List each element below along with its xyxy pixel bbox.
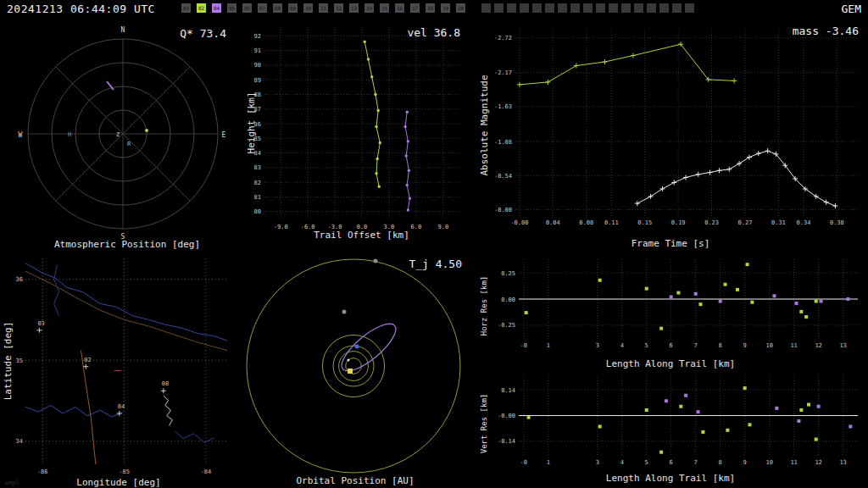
station-box-12[interactable]: 12 bbox=[334, 3, 343, 13]
station-box-empty[interactable] bbox=[545, 3, 554, 13]
station-box-20[interactable]: 20 bbox=[456, 3, 465, 13]
station-box-empty[interactable] bbox=[583, 3, 593, 13]
vert-residuals-plot: -013456789101112130.14-0.00-0.14 bbox=[473, 371, 868, 473]
square-marker bbox=[701, 430, 704, 434]
station-box-18[interactable]: 18 bbox=[426, 3, 435, 13]
x-tick-label: 0.19 bbox=[671, 219, 686, 226]
square-marker bbox=[694, 292, 698, 296]
y-tick-label: 83 bbox=[254, 164, 261, 171]
y-tick-label: -0.00 bbox=[494, 207, 512, 214]
station-box-11[interactable]: 11 bbox=[319, 3, 328, 13]
square-marker bbox=[665, 399, 668, 402]
x-tick-label: 7 bbox=[694, 459, 698, 466]
station-box-empty[interactable] bbox=[570, 3, 580, 13]
vert-res-axis-label: Vert Res [km] bbox=[480, 394, 488, 453]
station-box-05[interactable]: 05 bbox=[227, 3, 236, 13]
watermark: wmpl bbox=[5, 480, 19, 486]
dot-marker bbox=[404, 154, 407, 157]
y-tick-label: -1.63 bbox=[494, 103, 512, 110]
lon-tick-label: -86 bbox=[37, 469, 48, 475]
square-marker bbox=[736, 288, 739, 291]
x-tick-label: 0.31 bbox=[771, 219, 786, 226]
station-box-empty[interactable] bbox=[685, 3, 694, 13]
station-box-08[interactable]: 08 bbox=[273, 3, 282, 13]
dot-marker bbox=[370, 75, 373, 78]
station-box-empty[interactable] bbox=[634, 3, 643, 13]
station-box-07[interactable]: 07 bbox=[258, 3, 267, 13]
dot-marker bbox=[407, 208, 409, 211]
square-marker bbox=[684, 394, 687, 397]
station-box-02[interactable]: 02 bbox=[197, 3, 206, 13]
station-box-04[interactable]: 04 bbox=[212, 3, 221, 13]
lat-tick-label: 34 bbox=[16, 438, 23, 445]
square-marker bbox=[659, 451, 663, 454]
station-box-17[interactable]: 17 bbox=[410, 3, 420, 13]
horz-res-axis-label: Horz Res [km] bbox=[480, 276, 488, 336]
square-marker bbox=[797, 419, 800, 423]
y-tick-label: 91 bbox=[254, 47, 261, 54]
sun-marker bbox=[348, 369, 353, 374]
square-marker bbox=[820, 299, 823, 302]
x-tick-label: 0.23 bbox=[704, 219, 719, 226]
station-box-09[interactable]: 09 bbox=[288, 3, 298, 13]
x-tick-label: 11 bbox=[790, 459, 797, 466]
square-marker bbox=[804, 315, 808, 319]
x-tick-label: 8 bbox=[719, 459, 722, 466]
longitude-caption: Longitude [deg] bbox=[0, 477, 237, 488]
station-box-14[interactable]: 14 bbox=[364, 3, 374, 13]
meteor-dot bbox=[145, 129, 148, 132]
square-marker bbox=[723, 283, 726, 286]
station-box-15[interactable]: 15 bbox=[380, 3, 389, 13]
y-tick-label: -0.54 bbox=[494, 173, 512, 180]
sky-marker-Z: Z bbox=[116, 131, 120, 138]
station-box-empty[interactable] bbox=[532, 3, 542, 13]
square-marker bbox=[799, 310, 803, 313]
y-tick-label: -0.00 bbox=[498, 413, 515, 419]
square-marker bbox=[679, 405, 682, 408]
station-box-10[interactable]: 10 bbox=[303, 3, 313, 13]
station-box-empty[interactable] bbox=[609, 3, 618, 13]
station-box-01[interactable]: 01 bbox=[181, 3, 191, 13]
horz-residuals-panel: -013456789101112130.250.00-0.25 Horz Res… bbox=[473, 252, 868, 371]
square-marker bbox=[807, 403, 810, 407]
square-marker bbox=[598, 424, 602, 428]
station-box-empty[interactable] bbox=[520, 3, 529, 13]
tisserand-label: T_j 4.50 bbox=[409, 258, 462, 270]
x-tick-label: -0.00 bbox=[510, 219, 528, 226]
y-tick-label: 0.00 bbox=[501, 297, 515, 303]
meteor-analysis-app: 20241213 06:44:09 UTC 010204050607080910… bbox=[0, 0, 868, 488]
station-box-empty[interactable] bbox=[596, 3, 605, 13]
station-02-trail-line bbox=[364, 42, 380, 186]
y-tick-label: 82 bbox=[254, 180, 261, 186]
station-box-empty[interactable] bbox=[507, 3, 516, 13]
x-tick-label: 0.11 bbox=[604, 219, 619, 226]
y-tick-label: 0.14 bbox=[501, 387, 515, 394]
dot-marker bbox=[406, 110, 409, 113]
station-box-empty[interactable] bbox=[481, 3, 491, 13]
x-tick-label: 6 bbox=[670, 342, 673, 349]
station-box-19[interactable]: 19 bbox=[441, 3, 450, 13]
square-marker bbox=[750, 301, 754, 304]
station-box-empty[interactable] bbox=[558, 3, 567, 13]
station-box-empty[interactable] bbox=[621, 3, 631, 13]
planet-orbit bbox=[322, 335, 384, 396]
earth-marker bbox=[355, 345, 359, 349]
map-station-label-02: 02 bbox=[84, 357, 91, 363]
station-box-empty[interactable] bbox=[659, 3, 669, 13]
dot-marker bbox=[403, 125, 406, 128]
dot-marker bbox=[406, 184, 409, 186]
river-southeast bbox=[175, 431, 214, 442]
square-marker bbox=[746, 263, 749, 266]
station-box-empty[interactable] bbox=[647, 3, 656, 13]
y-tick-label: 0.25 bbox=[501, 270, 515, 277]
square-marker bbox=[697, 410, 700, 413]
compass-label: W bbox=[19, 131, 23, 139]
station-box-13[interactable]: 13 bbox=[349, 3, 359, 13]
station-box-16[interactable]: 16 bbox=[395, 3, 404, 13]
planet-orbit bbox=[247, 259, 460, 473]
dot-marker bbox=[378, 186, 381, 188]
x-tick-label: 0.15 bbox=[637, 219, 652, 226]
station-box-empty[interactable] bbox=[494, 3, 504, 13]
station-box-06[interactable]: 06 bbox=[242, 3, 252, 13]
station-box-empty[interactable] bbox=[672, 3, 682, 13]
